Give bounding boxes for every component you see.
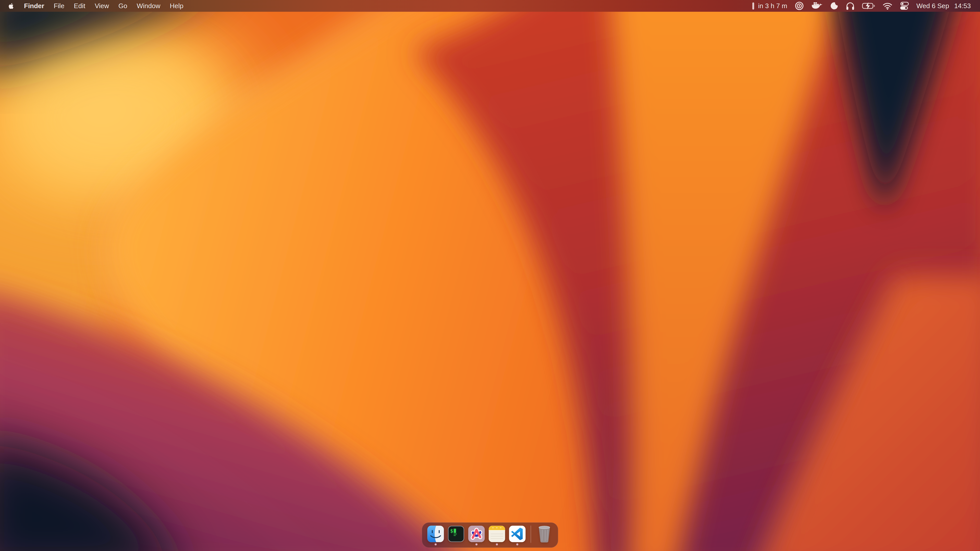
arc-browser-icon	[468, 526, 485, 542]
notes-icon	[488, 526, 505, 542]
svg-text:$: $	[450, 528, 453, 534]
terminal-icon: $	[448, 526, 465, 542]
control-center-icon[interactable]	[900, 2, 909, 10]
wifi-icon[interactable]	[883, 2, 892, 10]
menu-app-name[interactable]: Finder	[24, 2, 44, 10]
clock-time: 14:53	[954, 2, 971, 10]
dock-item-terminal[interactable]: $	[448, 526, 465, 545]
apple-logo-icon	[8, 2, 14, 10]
dock-item-finder[interactable]	[427, 526, 444, 545]
dock-divider	[531, 526, 531, 543]
apple-menu[interactable]	[8, 2, 14, 10]
battery-charging-icon[interactable]	[862, 2, 875, 10]
onepassword-icon[interactable]	[795, 1, 804, 11]
menu-file[interactable]: File	[54, 2, 64, 10]
dock-item-vscode[interactable]	[509, 526, 526, 545]
menu-help[interactable]: Help	[170, 2, 183, 10]
dock-item-arc[interactable]	[468, 526, 485, 545]
menu-go[interactable]: Go	[118, 2, 127, 10]
running-indicator	[434, 543, 437, 545]
running-indicator	[496, 543, 498, 545]
dock-item-notes[interactable]	[488, 526, 505, 545]
menu-view[interactable]: View	[95, 2, 109, 10]
running-indicator	[476, 543, 477, 545]
countdown-text[interactable]: in 3 h 7 m	[758, 2, 788, 10]
headphones-icon[interactable]	[846, 2, 855, 10]
clock-date: Wed 6 Sep	[916, 2, 949, 10]
menu-edit[interactable]: Edit	[74, 2, 85, 10]
menu-bar-left: Finder File Edit View Go Window Help	[8, 2, 183, 10]
vscode-icon	[509, 526, 526, 542]
menu-bar-status: in 3 h 7 m	[752, 1, 971, 11]
running-indicator	[516, 543, 518, 545]
menu-window[interactable]: Window	[137, 2, 160, 10]
desktop-wallpaper	[0, 0, 980, 551]
menu-bar: Finder File Edit View Go Window Help in …	[0, 0, 980, 12]
trash-icon	[536, 525, 553, 543]
focus-moon-icon[interactable]	[830, 2, 838, 10]
dock-item-trash[interactable]	[536, 526, 553, 546]
dock: $	[422, 522, 558, 548]
finder-icon	[427, 526, 444, 542]
countdown-bar-icon[interactable]	[752, 2, 754, 10]
menu-bar-clock[interactable]: Wed 6 Sep 14:53	[916, 2, 971, 10]
docker-icon[interactable]	[811, 2, 822, 11]
